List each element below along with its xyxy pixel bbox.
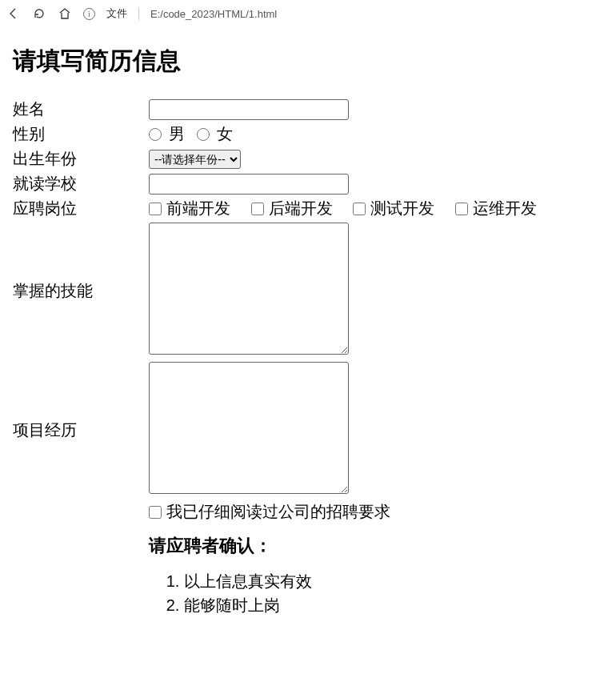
confirm-title: 请应聘者确认： [149, 534, 553, 558]
refresh-icon[interactable] [32, 6, 46, 21]
row-agree: 我已仔细阅读过公司的招聘要求 [13, 499, 553, 524]
row-name: 姓名 [13, 97, 553, 122]
resume-form-table: 姓名 性别 男 女 出生年份 --请选择年份-- 就读学校 应聘 [13, 97, 553, 619]
row-position: 应聘岗位 前端开发 后端开发 测试开发 运维开发 [13, 196, 553, 221]
row-projects: 项目经历 [13, 360, 553, 499]
label-position: 应聘岗位 [13, 196, 149, 221]
info-icon: i [83, 8, 95, 20]
checkbox-frontend[interactable] [149, 203, 162, 215]
confirm-item-2: 能够随时上岗 [184, 593, 553, 617]
label-school: 就读学校 [13, 171, 149, 196]
row-birth: 出生年份 --请选择年份-- [13, 146, 553, 171]
row-gender: 性别 男 女 [13, 122, 553, 146]
label-gender: 性别 [13, 122, 149, 146]
confirm-list: 以上信息真实有效 能够随时上岗 [149, 569, 553, 617]
browser-toolbar: i 文件 E:/code_2023/HTML/1.html [0, 0, 616, 27]
skills-textarea[interactable] [149, 223, 349, 355]
checkbox-frontend-label: 前端开发 [166, 198, 230, 219]
name-input[interactable] [149, 99, 349, 120]
checkbox-ops[interactable] [455, 203, 468, 215]
url-text: E:/code_2023/HTML/1.html [150, 8, 277, 20]
file-scheme-label: 文件 [106, 6, 127, 21]
radio-male[interactable] [149, 128, 162, 141]
birth-year-select[interactable]: --请选择年份-- [149, 150, 241, 169]
row-skills: 掌握的技能 [13, 221, 553, 360]
radio-male-label: 男 [169, 125, 185, 142]
label-projects: 项目经历 [13, 360, 149, 499]
school-input[interactable] [149, 174, 349, 195]
checkbox-ops-label: 运维开发 [473, 198, 537, 219]
back-icon[interactable] [6, 6, 21, 21]
home-icon[interactable] [58, 6, 72, 21]
projects-textarea[interactable] [149, 362, 349, 494]
label-birth: 出生年份 [13, 146, 149, 171]
checkbox-test[interactable] [353, 203, 366, 215]
checkbox-backend[interactable] [251, 203, 264, 215]
row-confirm: 请应聘者确认： 以上信息真实有效 能够随时上岗 [13, 524, 553, 619]
checkbox-agree-label: 我已仔细阅读过公司的招聘要求 [166, 501, 390, 523]
row-school: 就读学校 [13, 171, 553, 196]
label-name: 姓名 [13, 97, 149, 122]
url-divider [138, 7, 139, 20]
checkbox-test-label: 测试开发 [370, 198, 434, 219]
page-title: 请填写简历信息 [13, 45, 603, 78]
checkbox-backend-label: 后端开发 [269, 198, 333, 219]
radio-female-label: 女 [217, 125, 233, 142]
page-content: 请填写简历信息 姓名 性别 男 女 出生年份 --请选择年份-- 就读学校 [0, 27, 616, 625]
radio-female[interactable] [197, 128, 210, 141]
label-skills: 掌握的技能 [13, 221, 149, 360]
checkbox-agree[interactable] [149, 506, 162, 519]
confirm-item-1: 以上信息真实有效 [184, 569, 553, 593]
